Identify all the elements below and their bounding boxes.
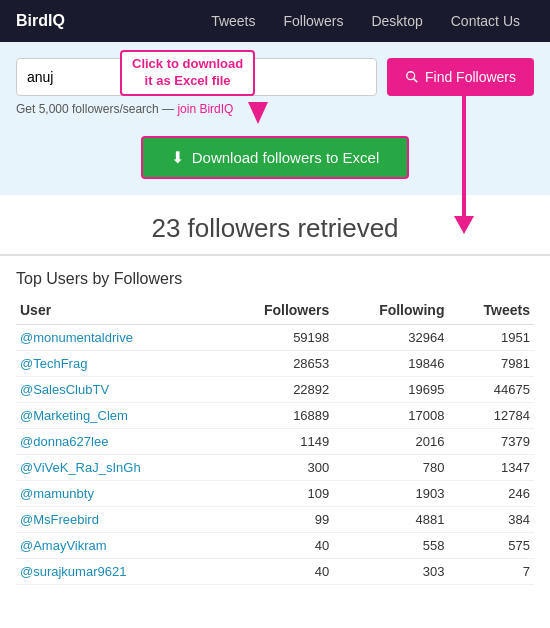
cell-tweets: 384 — [448, 507, 534, 533]
find-followers-label: Find Followers — [425, 69, 516, 85]
cell-following: 780 — [333, 455, 448, 481]
retrieved-count: 23 followers retrieved — [0, 195, 550, 256]
cell-followers: 16889 — [218, 403, 333, 429]
table-row: @TechFrag 28653 19846 7981 — [16, 351, 534, 377]
cell-followers: 99 — [218, 507, 333, 533]
find-followers-button[interactable]: Find Followers — [387, 58, 534, 96]
cell-user[interactable]: @monumentaldrive — [16, 325, 218, 351]
cell-user[interactable]: @Marketing_Clem — [16, 403, 218, 429]
table-row: @donna627lee 1149 2016 7379 — [16, 429, 534, 455]
cell-user[interactable]: @TechFrag — [16, 351, 218, 377]
cell-tweets: 1347 — [448, 455, 534, 481]
cell-following: 1903 — [333, 481, 448, 507]
table-row: @MsFreebird 99 4881 384 — [16, 507, 534, 533]
table-row: @AmayVikram 40 558 575 — [16, 533, 534, 559]
cell-following: 558 — [333, 533, 448, 559]
logo: BirdIQ — [16, 12, 65, 30]
main-nav: Tweets Followers Desktop Contact Us — [197, 0, 534, 42]
cell-followers: 300 — [218, 455, 333, 481]
cell-followers: 59198 — [218, 325, 333, 351]
cell-followers: 1149 — [218, 429, 333, 455]
cell-tweets: 1951 — [448, 325, 534, 351]
cell-tweets: 575 — [448, 533, 534, 559]
cell-tweets: 7981 — [448, 351, 534, 377]
cell-followers: 40 — [218, 533, 333, 559]
cell-following: 2016 — [333, 429, 448, 455]
col-following: Following — [333, 296, 448, 325]
cell-following: 19846 — [333, 351, 448, 377]
cell-following: 17008 — [333, 403, 448, 429]
cell-followers: 40 — [218, 559, 333, 585]
nav-contact[interactable]: Contact Us — [437, 0, 534, 42]
col-followers: Followers — [218, 296, 333, 325]
col-tweets: Tweets — [448, 296, 534, 325]
download-icon: ⬇ — [171, 148, 184, 167]
cell-following: 32964 — [333, 325, 448, 351]
cell-tweets: 246 — [448, 481, 534, 507]
table-row: @SalesClubTV 22892 19695 44675 — [16, 377, 534, 403]
cell-tweets: 12784 — [448, 403, 534, 429]
cell-following: 303 — [333, 559, 448, 585]
cell-user[interactable]: @AmayVikram — [16, 533, 218, 559]
cell-user[interactable]: @donna627lee — [16, 429, 218, 455]
search-hint: Get 5,000 followers/search — join BirdIQ — [16, 102, 534, 116]
table-header-row: User Followers Following Tweets — [16, 296, 534, 325]
download-btn-label: Download followers to Excel — [192, 149, 380, 166]
table-row: @ViVeK_RaJ_sInGh 300 780 1347 — [16, 455, 534, 481]
cell-user[interactable]: @ViVeK_RaJ_sInGh — [16, 455, 218, 481]
cell-user[interactable]: @mamunbty — [16, 481, 218, 507]
search-row: Find Followers — [16, 58, 534, 96]
download-row: ⬇ Download followers to Excel — [0, 128, 550, 195]
cell-followers: 28653 — [218, 351, 333, 377]
col-user: User — [16, 296, 218, 325]
cell-user[interactable]: @surajkumar9621 — [16, 559, 218, 585]
table-section: Top Users by Followers User Followers Fo… — [0, 260, 550, 585]
followers-table: User Followers Following Tweets @monumen… — [16, 296, 534, 585]
join-link[interactable]: join BirdIQ — [177, 102, 233, 116]
cell-followers: 22892 — [218, 377, 333, 403]
nav-followers[interactable]: Followers — [269, 0, 357, 42]
cell-followers: 109 — [218, 481, 333, 507]
nav-desktop[interactable]: Desktop — [357, 0, 436, 42]
table-row: @mamunbty 109 1903 246 — [16, 481, 534, 507]
table-row: @surajkumar9621 40 303 7 — [16, 559, 534, 585]
cell-tweets: 44675 — [448, 377, 534, 403]
search-input[interactable] — [16, 58, 377, 96]
search-icon — [405, 70, 419, 84]
table-title: Top Users by Followers — [16, 270, 534, 288]
cell-user[interactable]: @MsFreebird — [16, 507, 218, 533]
svg-point-0 — [407, 72, 415, 80]
cell-user[interactable]: @SalesClubTV — [16, 377, 218, 403]
cell-following: 4881 — [333, 507, 448, 533]
cell-following: 19695 — [333, 377, 448, 403]
nav-tweets[interactable]: Tweets — [197, 0, 269, 42]
cell-tweets: 7 — [448, 559, 534, 585]
cell-tweets: 7379 — [448, 429, 534, 455]
svg-line-1 — [414, 79, 418, 83]
header: BirdIQ Tweets Followers Desktop Contact … — [0, 0, 550, 42]
search-area: Click to download it as Excel file Find … — [0, 42, 550, 128]
table-row: @monumentaldrive 59198 32964 1951 — [16, 325, 534, 351]
download-excel-button[interactable]: ⬇ Download followers to Excel — [141, 136, 410, 179]
table-row: @Marketing_Clem 16889 17008 12784 — [16, 403, 534, 429]
